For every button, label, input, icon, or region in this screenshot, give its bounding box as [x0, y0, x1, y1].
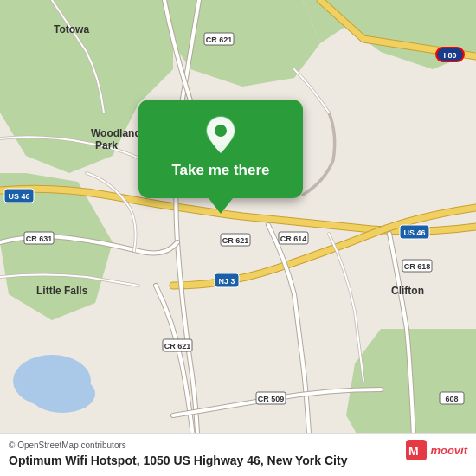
svg-text:US 46: US 46 — [8, 192, 29, 201]
svg-text:Totowa: Totowa — [54, 23, 89, 35]
svg-text:Park: Park — [95, 139, 118, 151]
moovit-icon: M — [406, 440, 427, 460]
svg-text:Little Falls: Little Falls — [36, 285, 88, 297]
location-pin-icon — [205, 115, 236, 155]
popup-pointer — [209, 198, 233, 214]
svg-point-39 — [215, 125, 227, 137]
moovit-logo: M moovit — [406, 440, 467, 460]
popup-overlay: Take me there — [134, 100, 307, 214]
svg-text:M: M — [408, 444, 419, 458]
moovit-label: moovit — [430, 444, 467, 457]
svg-text:NJ 3: NJ 3 — [218, 277, 235, 286]
svg-text:CR 631: CR 631 — [26, 235, 53, 243]
svg-text:608: 608 — [445, 395, 458, 403]
svg-text:CR 618: CR 618 — [404, 262, 431, 271]
svg-text:CR 621: CR 621 — [164, 342, 191, 351]
svg-text:CR 509: CR 509 — [258, 395, 285, 403]
bottom-bar: © OpenStreetMap contributors Optimum Wif… — [0, 433, 476, 476]
svg-text:CR 614: CR 614 — [280, 235, 307, 243]
svg-text:US 46: US 46 — [403, 228, 425, 237]
svg-text:Clifton: Clifton — [391, 285, 424, 297]
svg-text:CR 621: CR 621 — [206, 35, 233, 44]
map-container: US 46 US 46 I 80 NJ 3 CR 621 CR 621 CR 6… — [0, 0, 476, 476]
svg-text:CR 621: CR 621 — [222, 236, 249, 245]
button-label: Take me there — [171, 162, 269, 179]
svg-point-7 — [29, 375, 95, 413]
take-me-there-button[interactable]: Take me there — [138, 100, 303, 198]
osm-attribution: © OpenStreetMap contributors — [9, 441, 467, 450]
location-name: Optimum Wifi Hotspot, 1050 US Highway 46… — [9, 453, 467, 467]
svg-text:I 80: I 80 — [443, 51, 456, 60]
